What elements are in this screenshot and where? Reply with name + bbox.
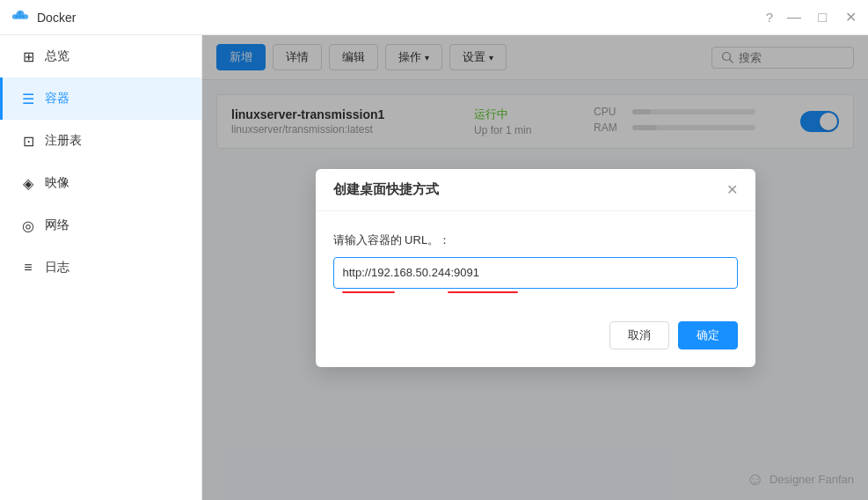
sidebar-label-overview: 总览 [45, 48, 69, 64]
sidebar-label-log: 日志 [45, 260, 69, 276]
sidebar-label-container: 容器 [45, 91, 69, 107]
docker-logo-icon [11, 8, 30, 27]
sidebar-label-registry: 注册表 [45, 133, 82, 149]
sidebar-item-container[interactable]: ☰ 容器 [0, 77, 201, 120]
dialog-header: 创建桌面快捷方式 ✕ [316, 169, 755, 211]
registry-icon: ⊡ [20, 133, 36, 150]
input-underlines [333, 291, 738, 293]
svg-rect-3 [18, 11, 21, 14]
dialog-overlay: 创建桌面快捷方式 ✕ 请输入容器的 URL。： 取消 确定 [202, 35, 868, 500]
dialog-input-wrap [333, 257, 738, 289]
dialog-close-button[interactable]: ✕ [726, 181, 738, 198]
dialog: 创建桌面快捷方式 ✕ 请输入容器的 URL。： 取消 确定 [316, 169, 755, 367]
dialog-title: 创建桌面快捷方式 [333, 181, 439, 198]
minimize-icon[interactable]: — [787, 10, 801, 26]
titlebar-controls: ? — □ ✕ [766, 9, 857, 26]
network-icon: ◎ [20, 217, 36, 234]
url-input[interactable] [333, 257, 738, 289]
underline-2 [448, 291, 518, 293]
sidebar-label-network: 网络 [45, 217, 69, 233]
close-icon[interactable]: ✕ [843, 9, 857, 26]
underline-1 [342, 291, 395, 293]
sidebar-item-registry[interactable]: ⊡ 注册表 [0, 120, 201, 162]
sidebar-label-image: 映像 [45, 175, 69, 191]
dialog-footer: 取消 确定 [316, 311, 755, 367]
sidebar-item-image[interactable]: ◈ 映像 [0, 162, 201, 204]
cancel-button[interactable]: 取消 [609, 321, 669, 349]
app-title: Docker [37, 11, 76, 25]
svg-rect-0 [16, 15, 18, 18]
container-icon: ☰ [20, 91, 36, 107]
sidebar-item-log[interactable]: ≡ 日志 [0, 246, 201, 289]
sidebar-item-network[interactable]: ◎ 网络 [0, 204, 201, 246]
content-area: 新增 详情 编辑 操作 ▾ 设置 ▾ [202, 35, 868, 500]
titlebar-left: Docker [11, 8, 76, 27]
dialog-input-label: 请输入容器的 URL。： [333, 232, 738, 248]
svg-rect-2 [22, 15, 25, 18]
image-icon: ◈ [20, 175, 36, 192]
titlebar: Docker ? — □ ✕ [0, 0, 868, 35]
confirm-button[interactable]: 确定 [678, 321, 738, 349]
dialog-body: 请输入容器的 URL。： [316, 211, 755, 311]
sidebar-item-overview[interactable]: ⊞ 总览 [0, 35, 201, 77]
sidebar: ⊞ 总览 ☰ 容器 ⊡ 注册表 ◈ 映像 ◎ 网络 ≡ 日志 [0, 35, 202, 500]
main-layout: ⊞ 总览 ☰ 容器 ⊡ 注册表 ◈ 映像 ◎ 网络 ≡ 日志 新增 详 [0, 35, 868, 500]
help-icon[interactable]: ? [766, 10, 773, 25]
log-icon: ≡ [20, 260, 36, 276]
maximize-icon[interactable]: □ [815, 10, 829, 26]
svg-rect-1 [18, 15, 21, 18]
overview-icon: ⊞ [20, 48, 36, 65]
